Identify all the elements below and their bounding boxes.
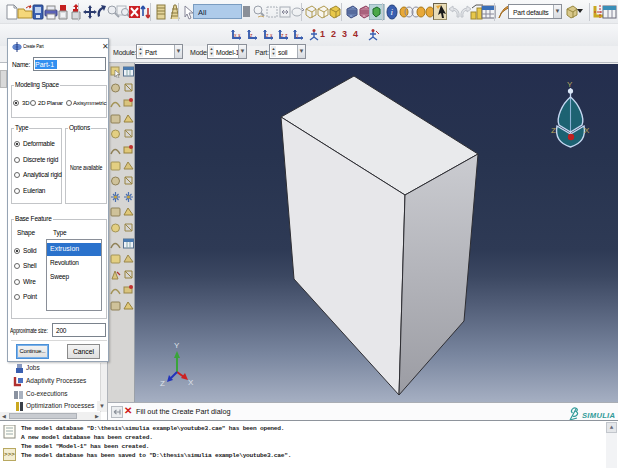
svg-text:z z: z z xyxy=(281,32,288,38)
svg-text:Y: Y xyxy=(174,341,180,350)
svg-text:Y: Y xyxy=(567,80,573,89)
svg-text:SIMULIA: SIMULIA xyxy=(582,411,615,420)
svg-text:Z: Z xyxy=(551,126,556,135)
svg-text:z x: z x xyxy=(266,32,273,38)
svg-text:x x: x x xyxy=(234,32,241,38)
svg-text:X: X xyxy=(188,378,194,387)
svg-text:X: X xyxy=(584,126,590,135)
svg-text:Z: Z xyxy=(160,379,165,388)
